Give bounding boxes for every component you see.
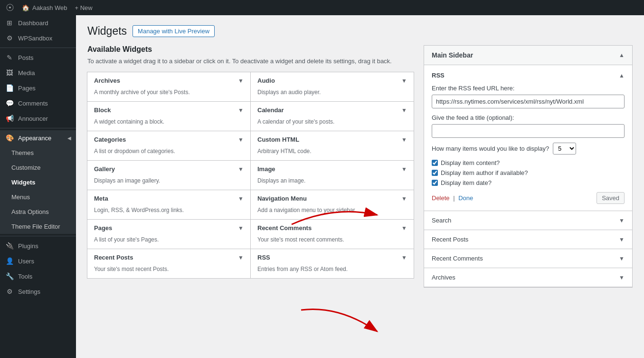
sidebar-item-dashboard[interactable]: ⊞ Dashboard (0, 15, 76, 30)
widget-expand-icon[interactable]: ▼ (401, 166, 407, 173)
widget-item: Custom HTML ▼ Arbitrary HTML code. (250, 131, 414, 161)
sidebar-item-menus[interactable]: Menus (0, 190, 76, 204)
collapsed-widget-header[interactable]: Recent Comments ▼ (424, 249, 632, 268)
collapsed-widget-expand-icon[interactable]: ▼ (619, 274, 625, 281)
collapsed-widget-expand-icon[interactable]: ▼ (619, 236, 625, 243)
rss-display-content-row: Display item content? (432, 159, 625, 166)
widget-item: Calendar ▼ A calendar of your site's pos… (250, 101, 414, 131)
widgets-area: Available Widgets To activate a widget d… (87, 45, 414, 279)
widget-item: Recent Posts ▼ Your site's most recent P… (87, 249, 251, 279)
widget-expand-icon[interactable]: ▼ (238, 225, 244, 232)
layout: ⊞ Dashboard ⚙ WPSandbox ✎ Posts 🖼 Media … (0, 0, 644, 358)
widget-expand-icon[interactable]: ▼ (401, 195, 407, 202)
widget-header[interactable]: Pages ▼ (87, 220, 250, 236)
collapsed-widget-expand-icon[interactable]: ▼ (619, 255, 625, 262)
collapsed-widgets-container: Search ▼ Recent Posts ▼ Recent Comments … (424, 211, 632, 287)
widget-header[interactable]: Gallery ▼ (87, 161, 250, 177)
rss-display-content-checkbox[interactable] (432, 160, 438, 166)
new-button[interactable]: + New (75, 4, 92, 11)
widget-desc: Login, RSS, & WordPress.org links. (87, 207, 250, 219)
main-sidebar-panel-title: Main Sidebar ▲ (424, 46, 632, 65)
widget-item: Audio ▼ Displays an audio player. (250, 72, 414, 102)
widget-header[interactable]: RSS ▼ (251, 249, 414, 266)
widget-expand-icon[interactable]: ▼ (401, 225, 407, 232)
widget-expand-icon[interactable]: ▼ (401, 254, 407, 261)
sidebar-item-themes[interactable]: Themes (0, 145, 76, 160)
sidebar-item-theme-file-editor[interactable]: Theme File Editor (0, 219, 76, 234)
rss-links: Delete | Done (432, 194, 473, 202)
widget-header[interactable]: Audio ▼ (251, 72, 414, 89)
widget-expand-icon[interactable]: ▼ (401, 136, 407, 143)
site-name[interactable]: 🏠 Aakash Web (22, 4, 67, 11)
collapsed-widget-header[interactable]: Search ▼ (424, 211, 632, 230)
rss-collapse-icon[interactable]: ▲ (619, 72, 625, 79)
widget-header[interactable]: Categories ▼ (87, 131, 250, 148)
widget-desc: Arbitrary HTML code. (251, 148, 414, 160)
manage-live-preview-button[interactable]: Manage with Live Preview (133, 25, 215, 37)
rss-display-author-checkbox[interactable] (432, 170, 438, 176)
widget-header[interactable]: Calendar ▼ (251, 102, 414, 118)
widget-desc: A monthly archive of your site's Posts. (87, 89, 250, 101)
sidebar-item-plugins[interactable]: 🔌 Plugins (0, 238, 76, 253)
rss-header: RSS ▲ (432, 72, 625, 79)
sidebar-item-posts[interactable]: ✎ Posts (0, 50, 76, 65)
rss-done-link[interactable]: Done (458, 194, 473, 202)
rss-display-date-checkbox[interactable] (432, 180, 438, 186)
site-icon: 🏠 (22, 4, 29, 11)
sidebar-item-announcer[interactable]: 📢 Announcer (0, 111, 76, 126)
rss-url-input[interactable] (432, 95, 625, 108)
rss-url-label: Enter the RSS feed URL here: (432, 85, 625, 92)
appearance-section: 🎨 Appearance ◀ Themes Customize Widgets … (0, 128, 76, 234)
sidebar-item-settings[interactable]: ⚙ Settings (0, 284, 76, 299)
sidebar-item-appearance[interactable]: 🎨 Appearance ◀ (0, 130, 76, 145)
sidebar-item-comments[interactable]: 💬 Comments (0, 96, 76, 111)
collapsed-widget-header[interactable]: Archives ▼ (424, 268, 632, 287)
widget-header[interactable]: Custom HTML ▼ (251, 131, 414, 148)
users-icon: 👤 (5, 257, 14, 265)
page-title: Widgets (87, 25, 127, 38)
sidebar: ⊞ Dashboard ⚙ WPSandbox ✎ Posts 🖼 Media … (0, 15, 76, 358)
widget-expand-icon[interactable]: ▼ (238, 107, 244, 114)
widget-header[interactable]: Meta ▼ (87, 190, 250, 207)
rss-count-row: How many items would you like to display… (432, 143, 625, 155)
pages-icon: 📄 (5, 84, 14, 92)
sidebar-item-customize[interactable]: Customize (0, 160, 76, 175)
widget-expand-icon[interactable]: ▼ (401, 107, 407, 114)
widget-header[interactable]: Image ▼ (251, 161, 414, 177)
widget-header[interactable]: Block ▼ (87, 102, 250, 118)
widget-expand-icon[interactable]: ▼ (238, 77, 244, 84)
main-sidebar-collapse-icon[interactable]: ▲ (619, 52, 625, 58)
rss-display-author-row: Display item author if available? (432, 169, 625, 176)
widget-name: RSS (257, 254, 270, 261)
collapsed-widget-label: Archives (432, 274, 455, 281)
sidebar-item-tools[interactable]: 🔧 Tools (0, 269, 76, 284)
sidebar-item-pages[interactable]: 📄 Pages (0, 80, 76, 96)
widget-item: Navigation Menu ▼ Add a navigation menu … (250, 190, 414, 220)
widget-header[interactable]: Navigation Menu ▼ (251, 190, 414, 207)
widget-expand-icon[interactable]: ▼ (238, 136, 244, 143)
arrow-2-icon (296, 300, 382, 339)
widget-desc: Add a navigation menu to your sidebar. (251, 207, 414, 219)
widget-header[interactable]: Recent Posts ▼ (87, 249, 250, 266)
widget-item: Meta ▼ Login, RSS, & WordPress.org links… (87, 190, 251, 220)
sidebar-item-astra-options[interactable]: Astra Options (0, 204, 76, 219)
widget-header[interactable]: Archives ▼ (87, 72, 250, 89)
collapsed-widget-expand-icon[interactable]: ▼ (619, 217, 625, 224)
widget-expand-icon[interactable]: ▼ (238, 195, 244, 202)
widget-desc: Displays an audio player. (251, 89, 414, 101)
sidebar-item-media[interactable]: 🖼 Media (0, 65, 76, 80)
sidebar-item-wpsandbox[interactable]: ⚙ WPSandbox (0, 30, 76, 46)
widget-expand-icon[interactable]: ▼ (238, 166, 244, 173)
widget-expand-icon[interactable]: ▼ (401, 77, 407, 84)
widget-desc: Entries from any RSS or Atom feed. (251, 266, 414, 278)
rss-title-input[interactable] (432, 124, 625, 138)
widget-desc: Your site's most recent Posts. (87, 266, 250, 278)
sidebar-item-widgets[interactable]: Widgets (0, 175, 76, 190)
rss-count-select[interactable]: 1234 567 8910 (553, 143, 576, 155)
collapsed-widget-header[interactable]: Recent Posts ▼ (424, 230, 632, 249)
sidebar-item-users[interactable]: 👤 Users (0, 253, 76, 269)
rss-delete-link[interactable]: Delete (432, 194, 450, 202)
widget-header[interactable]: Recent Comments ▼ (251, 220, 414, 236)
widget-desc: A list or dropdown of categories. (87, 148, 250, 160)
widget-expand-icon[interactable]: ▼ (238, 254, 244, 261)
